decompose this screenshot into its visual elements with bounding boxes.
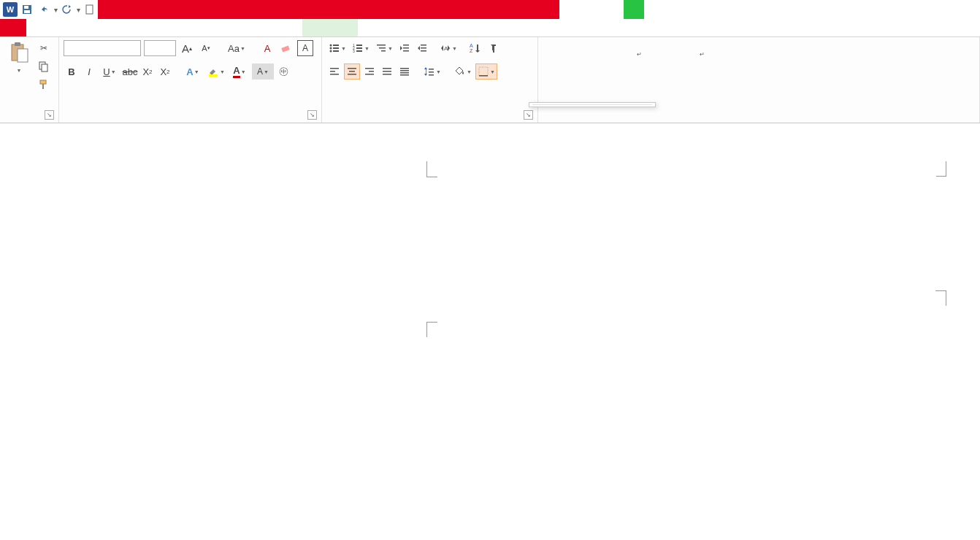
- font-dialog-launcher[interactable]: ↘: [307, 110, 317, 120]
- svg-rect-58: [429, 74, 434, 76]
- multilevel-list-button[interactable]: ▼: [373, 40, 395, 56]
- decrease-indent-button[interactable]: [397, 40, 413, 56]
- tab-mathtype[interactable]: [237, 19, 263, 36]
- tab-review[interactable]: [184, 19, 210, 36]
- document-canvas[interactable]: [0, 123, 980, 540]
- copy-button[interactable]: [37, 58, 54, 74]
- justify-button[interactable]: [379, 63, 395, 80]
- doc-paragraph-3: [437, 404, 932, 423]
- tab-insert[interactable]: [53, 19, 79, 36]
- svg-rect-42: [348, 68, 356, 69]
- tab-design[interactable]: [79, 19, 105, 36]
- tab-mail[interactable]: [158, 19, 184, 36]
- change-case-button[interactable]: Aa▼: [226, 40, 248, 56]
- clipboard-dialog-launcher[interactable]: ↘: [45, 110, 54, 120]
- ribbon-tabs: [0, 19, 980, 37]
- text-effects-button[interactable]: A▼: [182, 63, 204, 80]
- borders-dropdown: [529, 102, 656, 107]
- previous-page-tail: [318, 129, 961, 177]
- character-shading-button[interactable]: A▼: [252, 63, 274, 80]
- tab-references[interactable]: [131, 19, 158, 36]
- svg-point-17: [330, 47, 332, 50]
- save-button[interactable]: [19, 1, 35, 18]
- font-size-input[interactable]: [144, 40, 176, 56]
- format-painter-button[interactable]: [37, 77, 54, 93]
- tab-view[interactable]: [210, 19, 237, 36]
- tab-layout[interactable]: [105, 19, 131, 36]
- word-icon: W: [3, 2, 18, 17]
- underline-button[interactable]: U▼: [99, 63, 120, 80]
- increase-indent-button[interactable]: [414, 40, 430, 56]
- svg-rect-44: [348, 74, 356, 75]
- font-color-button[interactable]: A▼: [229, 63, 250, 80]
- paragraph-dialog-launcher[interactable]: ↘: [524, 110, 533, 120]
- copy-icon: [38, 61, 50, 72]
- contextual-header: [624, 0, 644, 19]
- show-hide-button[interactable]: [484, 40, 500, 56]
- redo-button[interactable]: [59, 1, 75, 18]
- tab-special[interactable]: [263, 19, 289, 36]
- style-item-heading1[interactable]: [734, 43, 795, 88]
- strikethrough-button[interactable]: abc: [122, 63, 138, 80]
- svg-rect-26: [356, 50, 362, 52]
- document-page: [318, 259, 961, 433]
- svg-text:A: A: [444, 45, 448, 52]
- distribute-button[interactable]: [397, 63, 413, 80]
- clear-formatting-button[interactable]: [278, 40, 294, 56]
- svg-rect-20: [333, 50, 339, 52]
- svg-rect-34: [421, 47, 426, 49]
- style-item-title[interactable]: [860, 43, 921, 88]
- tab-home[interactable]: [26, 19, 53, 36]
- svg-rect-16: [333, 45, 339, 46]
- svg-rect-57: [429, 72, 434, 73]
- svg-rect-47: [365, 74, 374, 75]
- font-name-input[interactable]: [64, 40, 141, 56]
- line-spacing-button[interactable]: ▼: [421, 63, 443, 80]
- svg-rect-22: [356, 45, 362, 46]
- style-item-normal[interactable]: ↵: [608, 43, 670, 88]
- svg-rect-33: [421, 45, 426, 46]
- svg-rect-52: [400, 70, 409, 72]
- character-border-button[interactable]: A: [297, 40, 313, 56]
- style-gallery[interactable]: ↵ ↵: [543, 40, 924, 91]
- numbering-button[interactable]: 123▼: [350, 40, 372, 56]
- style-item-heading2[interactable]: [797, 43, 858, 88]
- borders-button[interactable]: ▼: [475, 63, 497, 80]
- align-left-button[interactable]: [326, 63, 342, 80]
- style-item-formula[interactable]: [545, 43, 607, 88]
- qat-caret-2[interactable]: ▾: [77, 6, 80, 14]
- cut-button[interactable]: ✂: [37, 40, 54, 56]
- svg-rect-29: [381, 50, 386, 52]
- svg-rect-39: [330, 68, 339, 69]
- paste-button[interactable]: ▼: [4, 40, 34, 74]
- svg-point-19: [330, 50, 332, 53]
- hanzi-a-button[interactable]: A: [259, 40, 275, 56]
- svg-rect-11: [40, 80, 46, 84]
- ribbon: ▼ ✂ ↘ A▴ A▾ Aa▼ A A: [0, 37, 980, 123]
- italic-button[interactable]: I: [81, 63, 97, 80]
- undo-button[interactable]: [37, 1, 53, 18]
- tab-contextual-design[interactable]: [302, 19, 358, 36]
- bullets-button[interactable]: ▼: [326, 40, 348, 56]
- align-right-button[interactable]: [361, 63, 378, 80]
- sort-button[interactable]: AZ: [467, 40, 483, 56]
- svg-rect-31: [403, 47, 409, 49]
- asian-layout-button[interactable]: A▼: [437, 40, 459, 56]
- shading-button[interactable]: ▼: [452, 63, 474, 80]
- highlight-button[interactable]: ▼: [205, 63, 227, 80]
- align-center-button[interactable]: [344, 63, 360, 80]
- subscript-button[interactable]: X2: [139, 63, 156, 80]
- bold-button[interactable]: B: [64, 63, 80, 80]
- style-item-nospacing[interactable]: ↵: [671, 43, 732, 88]
- svg-text:3: 3: [353, 49, 355, 53]
- enclose-characters-button[interactable]: ㊥: [275, 63, 291, 80]
- tab-file[interactable]: [0, 19, 26, 36]
- svg-text:A: A: [470, 43, 473, 48]
- superscript-button[interactable]: X2: [157, 63, 173, 80]
- svg-rect-35: [421, 50, 426, 52]
- svg-rect-32: [403, 50, 409, 52]
- shrink-font-button[interactable]: A▾: [198, 40, 214, 56]
- qat-caret[interactable]: ▾: [54, 6, 58, 14]
- new-doc-button[interactable]: [82, 1, 98, 18]
- grow-font-button[interactable]: A▴: [179, 40, 195, 56]
